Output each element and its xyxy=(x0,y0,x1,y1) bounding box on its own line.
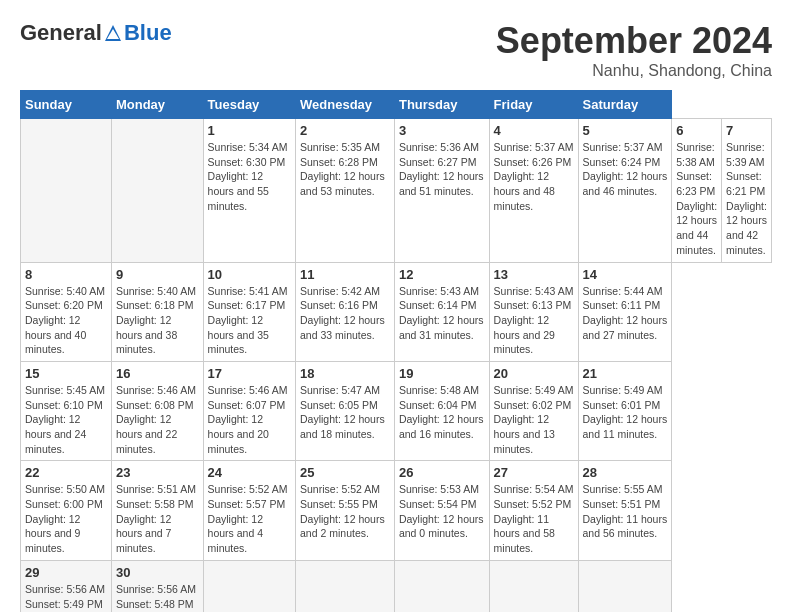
calendar-day-cell: 2 Sunrise: 5:35 AM Sunset: 6:28 PM Dayli… xyxy=(296,119,395,263)
calendar-table: SundayMondayTuesdayWednesdayThursdayFrid… xyxy=(20,90,772,612)
day-info: Sunrise: 5:44 AM Sunset: 6:11 PM Dayligh… xyxy=(583,284,668,343)
calendar-week-row: 1 Sunrise: 5:34 AM Sunset: 6:30 PM Dayli… xyxy=(21,119,772,263)
day-number: 24 xyxy=(208,465,291,480)
day-number: 23 xyxy=(116,465,199,480)
calendar-day-cell: 14 Sunrise: 5:44 AM Sunset: 6:11 PM Dayl… xyxy=(578,262,672,361)
day-info: Sunrise: 5:52 AM Sunset: 5:55 PM Dayligh… xyxy=(300,482,390,541)
day-info: Sunrise: 5:40 AM Sunset: 6:18 PM Dayligh… xyxy=(116,284,199,357)
calendar-day-cell: 29 Sunrise: 5:56 AM Sunset: 5:49 PM Dayl… xyxy=(21,560,112,612)
calendar-day-cell: 20 Sunrise: 5:49 AM Sunset: 6:02 PM Dayl… xyxy=(489,361,578,460)
day-info: Sunrise: 5:56 AM Sunset: 5:49 PM Dayligh… xyxy=(25,582,107,612)
day-info: Sunrise: 5:34 AM Sunset: 6:30 PM Dayligh… xyxy=(208,140,291,213)
day-info: Sunrise: 5:47 AM Sunset: 6:05 PM Dayligh… xyxy=(300,383,390,442)
calendar-day-cell: 3 Sunrise: 5:36 AM Sunset: 6:27 PM Dayli… xyxy=(394,119,489,263)
empty-cell xyxy=(111,119,203,263)
weekday-header-thursday: Thursday xyxy=(394,91,489,119)
logo-general-text: General xyxy=(20,20,102,46)
day-info: Sunrise: 5:39 AM Sunset: 6:21 PM Dayligh… xyxy=(726,140,767,258)
calendar-day-cell: 8 Sunrise: 5:40 AM Sunset: 6:20 PM Dayli… xyxy=(21,262,112,361)
day-number: 4 xyxy=(494,123,574,138)
day-info: Sunrise: 5:46 AM Sunset: 6:07 PM Dayligh… xyxy=(208,383,291,456)
day-info: Sunrise: 5:37 AM Sunset: 6:26 PM Dayligh… xyxy=(494,140,574,213)
empty-cell xyxy=(489,560,578,612)
day-info: Sunrise: 5:53 AM Sunset: 5:54 PM Dayligh… xyxy=(399,482,485,541)
day-info: Sunrise: 5:55 AM Sunset: 5:51 PM Dayligh… xyxy=(583,482,668,541)
day-number: 7 xyxy=(726,123,767,138)
weekday-header-saturday: Saturday xyxy=(578,91,672,119)
day-info: Sunrise: 5:40 AM Sunset: 6:20 PM Dayligh… xyxy=(25,284,107,357)
calendar-day-cell: 26 Sunrise: 5:53 AM Sunset: 5:54 PM Dayl… xyxy=(394,461,489,560)
day-number: 5 xyxy=(583,123,668,138)
day-number: 12 xyxy=(399,267,485,282)
day-number: 10 xyxy=(208,267,291,282)
month-title: September 2024 xyxy=(496,20,772,62)
calendar-day-cell: 13 Sunrise: 5:43 AM Sunset: 6:13 PM Dayl… xyxy=(489,262,578,361)
page-header: General Blue September 2024 Nanhu, Shand… xyxy=(20,20,772,80)
day-number: 8 xyxy=(25,267,107,282)
calendar-day-cell: 4 Sunrise: 5:37 AM Sunset: 6:26 PM Dayli… xyxy=(489,119,578,263)
empty-cell xyxy=(296,560,395,612)
day-info: Sunrise: 5:50 AM Sunset: 6:00 PM Dayligh… xyxy=(25,482,107,555)
day-number: 18 xyxy=(300,366,390,381)
empty-cell xyxy=(578,560,672,612)
weekday-header-tuesday: Tuesday xyxy=(203,91,295,119)
day-info: Sunrise: 5:42 AM Sunset: 6:16 PM Dayligh… xyxy=(300,284,390,343)
day-number: 13 xyxy=(494,267,574,282)
calendar-day-cell: 30 Sunrise: 5:56 AM Sunset: 5:48 PM Dayl… xyxy=(111,560,203,612)
location-text: Nanhu, Shandong, China xyxy=(496,62,772,80)
calendar-day-cell: 19 Sunrise: 5:48 AM Sunset: 6:04 PM Dayl… xyxy=(394,361,489,460)
calendar-day-cell: 6 Sunrise: 5:38 AM Sunset: 6:23 PM Dayli… xyxy=(672,119,722,263)
day-info: Sunrise: 5:36 AM Sunset: 6:27 PM Dayligh… xyxy=(399,140,485,199)
weekday-header-monday: Monday xyxy=(111,91,203,119)
calendar-day-cell: 17 Sunrise: 5:46 AM Sunset: 6:07 PM Dayl… xyxy=(203,361,295,460)
calendar-week-row: 29 Sunrise: 5:56 AM Sunset: 5:49 PM Dayl… xyxy=(21,560,772,612)
day-info: Sunrise: 5:45 AM Sunset: 6:10 PM Dayligh… xyxy=(25,383,107,456)
day-number: 20 xyxy=(494,366,574,381)
day-info: Sunrise: 5:49 AM Sunset: 6:02 PM Dayligh… xyxy=(494,383,574,456)
calendar-day-cell: 5 Sunrise: 5:37 AM Sunset: 6:24 PM Dayli… xyxy=(578,119,672,263)
day-info: Sunrise: 5:52 AM Sunset: 5:57 PM Dayligh… xyxy=(208,482,291,555)
calendar-day-cell: 1 Sunrise: 5:34 AM Sunset: 6:30 PM Dayli… xyxy=(203,119,295,263)
day-number: 29 xyxy=(25,565,107,580)
calendar-week-row: 15 Sunrise: 5:45 AM Sunset: 6:10 PM Dayl… xyxy=(21,361,772,460)
calendar-day-cell: 27 Sunrise: 5:54 AM Sunset: 5:52 PM Dayl… xyxy=(489,461,578,560)
weekday-header-friday: Friday xyxy=(489,91,578,119)
day-info: Sunrise: 5:38 AM Sunset: 6:23 PM Dayligh… xyxy=(676,140,717,258)
day-number: 19 xyxy=(399,366,485,381)
day-info: Sunrise: 5:51 AM Sunset: 5:58 PM Dayligh… xyxy=(116,482,199,555)
weekday-header-sunday: Sunday xyxy=(21,91,112,119)
empty-cell xyxy=(394,560,489,612)
day-info: Sunrise: 5:41 AM Sunset: 6:17 PM Dayligh… xyxy=(208,284,291,357)
day-number: 17 xyxy=(208,366,291,381)
day-info: Sunrise: 5:54 AM Sunset: 5:52 PM Dayligh… xyxy=(494,482,574,555)
calendar-day-cell: 28 Sunrise: 5:55 AM Sunset: 5:51 PM Dayl… xyxy=(578,461,672,560)
calendar-day-cell: 15 Sunrise: 5:45 AM Sunset: 6:10 PM Dayl… xyxy=(21,361,112,460)
calendar-day-cell: 11 Sunrise: 5:42 AM Sunset: 6:16 PM Dayl… xyxy=(296,262,395,361)
calendar-day-cell: 9 Sunrise: 5:40 AM Sunset: 6:18 PM Dayli… xyxy=(111,262,203,361)
day-number: 25 xyxy=(300,465,390,480)
calendar-day-cell: 7 Sunrise: 5:39 AM Sunset: 6:21 PM Dayli… xyxy=(722,119,772,263)
logo-icon xyxy=(103,23,123,43)
day-info: Sunrise: 5:49 AM Sunset: 6:01 PM Dayligh… xyxy=(583,383,668,442)
day-number: 2 xyxy=(300,123,390,138)
day-number: 14 xyxy=(583,267,668,282)
day-info: Sunrise: 5:43 AM Sunset: 6:14 PM Dayligh… xyxy=(399,284,485,343)
day-number: 26 xyxy=(399,465,485,480)
calendar-day-cell: 21 Sunrise: 5:49 AM Sunset: 6:01 PM Dayl… xyxy=(578,361,672,460)
weekday-header-row: SundayMondayTuesdayWednesdayThursdayFrid… xyxy=(21,91,772,119)
day-info: Sunrise: 5:46 AM Sunset: 6:08 PM Dayligh… xyxy=(116,383,199,456)
day-number: 30 xyxy=(116,565,199,580)
day-number: 3 xyxy=(399,123,485,138)
day-number: 28 xyxy=(583,465,668,480)
day-info: Sunrise: 5:56 AM Sunset: 5:48 PM Dayligh… xyxy=(116,582,199,612)
calendar-week-row: 8 Sunrise: 5:40 AM Sunset: 6:20 PM Dayli… xyxy=(21,262,772,361)
day-number: 22 xyxy=(25,465,107,480)
calendar-day-cell: 23 Sunrise: 5:51 AM Sunset: 5:58 PM Dayl… xyxy=(111,461,203,560)
day-info: Sunrise: 5:48 AM Sunset: 6:04 PM Dayligh… xyxy=(399,383,485,442)
day-number: 6 xyxy=(676,123,717,138)
day-number: 9 xyxy=(116,267,199,282)
empty-cell xyxy=(21,119,112,263)
calendar-day-cell: 22 Sunrise: 5:50 AM Sunset: 6:00 PM Dayl… xyxy=(21,461,112,560)
day-info: Sunrise: 5:37 AM Sunset: 6:24 PM Dayligh… xyxy=(583,140,668,199)
day-info: Sunrise: 5:43 AM Sunset: 6:13 PM Dayligh… xyxy=(494,284,574,357)
